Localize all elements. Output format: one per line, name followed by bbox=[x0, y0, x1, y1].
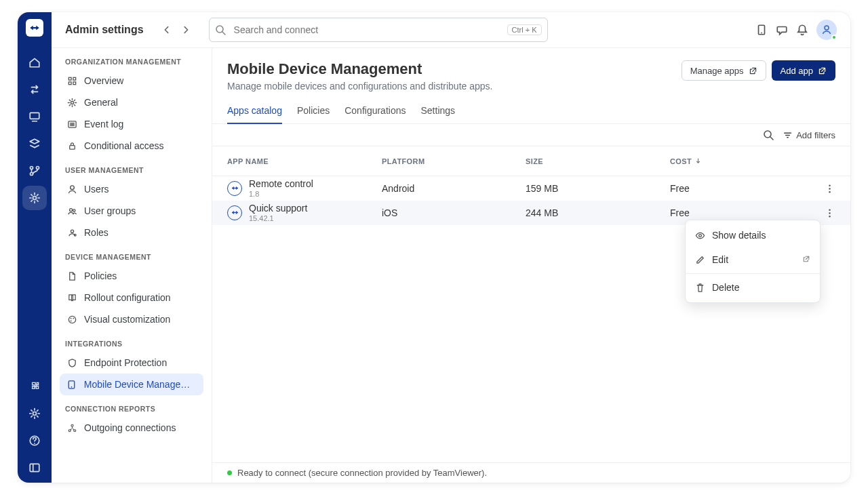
rail-home[interactable] bbox=[22, 50, 47, 75]
app-version: 15.42.1 bbox=[249, 214, 307, 222]
shield-icon bbox=[66, 357, 77, 368]
tab-configurations[interactable]: Configurations bbox=[344, 98, 406, 123]
roles-icon bbox=[66, 227, 77, 238]
rail-admin-settings[interactable] bbox=[22, 186, 47, 210]
menu-edit[interactable]: Edit bbox=[686, 247, 820, 272]
tab-policies[interactable]: Policies bbox=[297, 98, 330, 123]
doc-icon bbox=[66, 270, 77, 281]
sidebar-item-mdm[interactable]: Mobile Device Managem… bbox=[60, 374, 203, 395]
page-subtitle: Manage mobile devices and configurations… bbox=[227, 81, 492, 92]
col-header-size[interactable]: SIZE bbox=[526, 157, 670, 165]
button-label: Add app bbox=[781, 66, 813, 76]
search-input[interactable] bbox=[233, 24, 507, 36]
table-header: APP NAME PLATFORM SIZE COST bbox=[212, 146, 850, 176]
settings-sidebar: ORGANIZATION MANAGEMENT Overview General… bbox=[52, 48, 212, 483]
lock-icon bbox=[66, 140, 77, 151]
search-field[interactable]: Ctrl + K bbox=[209, 18, 548, 42]
tab-settings[interactable]: Settings bbox=[420, 98, 455, 123]
sidebar-item-label: Conditional access bbox=[84, 140, 164, 151]
menu-delete[interactable]: Delete bbox=[686, 275, 820, 300]
rail-help[interactable] bbox=[22, 428, 47, 453]
search-table-button[interactable] bbox=[763, 129, 774, 140]
user-icon bbox=[66, 184, 77, 195]
sort-arrow-down-icon bbox=[694, 157, 702, 165]
sidebar-item-label: Roles bbox=[84, 227, 108, 238]
device-icon-button[interactable] bbox=[751, 20, 772, 40]
add-app-button[interactable]: Add app bbox=[772, 60, 835, 81]
presence-dot-icon bbox=[831, 35, 837, 40]
rail-toggle-panel[interactable] bbox=[22, 456, 47, 480]
sidebar-item-general[interactable]: General bbox=[60, 92, 203, 113]
rail-preferences[interactable] bbox=[22, 401, 47, 426]
app-version: 1.8 bbox=[249, 190, 313, 198]
page-heading: Mobile Device Management bbox=[227, 60, 492, 78]
grid-icon bbox=[66, 75, 77, 86]
sidebar-item-visual[interactable]: Visual customization bbox=[60, 308, 203, 330]
rail-workspace[interactable] bbox=[22, 132, 47, 156]
chat-icon-button[interactable] bbox=[772, 20, 792, 40]
network-icon bbox=[66, 422, 77, 433]
sidebar-item-overview[interactable]: Overview bbox=[60, 70, 203, 92]
status-text: Ready to connect (secure connection prov… bbox=[237, 468, 487, 478]
col-header-cost[interactable]: COST bbox=[670, 157, 822, 165]
topbar: Admin settings Ctrl + K bbox=[52, 12, 850, 47]
notifications-icon-button[interactable] bbox=[792, 20, 812, 40]
tab-apps-catalog[interactable]: Apps catalog bbox=[227, 98, 282, 124]
rail-integrations[interactable] bbox=[22, 374, 47, 399]
col-header-name[interactable]: APP NAME bbox=[220, 157, 382, 165]
cell-cost: Free bbox=[670, 183, 822, 194]
sidebar-item-label: Overview bbox=[84, 75, 123, 86]
sidebar-item-user-groups[interactable]: User groups bbox=[60, 200, 203, 222]
col-header-platform[interactable]: PLATFORM bbox=[382, 157, 526, 165]
menu-item-label: Delete bbox=[712, 282, 739, 293]
sidebar-item-endpoint[interactable]: Endpoint Protection bbox=[60, 352, 203, 374]
device-icon bbox=[66, 379, 77, 390]
sidebar-item-policies[interactable]: Policies bbox=[60, 265, 203, 287]
manage-apps-button[interactable]: Manage apps bbox=[682, 60, 766, 81]
sidebar-item-label: Rollout configuration bbox=[84, 292, 171, 303]
button-label: Add filters bbox=[796, 130, 835, 140]
sidebar-group-label: DEVICE MANAGEMENT bbox=[65, 253, 198, 261]
cell-platform: iOS bbox=[382, 207, 526, 218]
avatar[interactable] bbox=[816, 20, 837, 40]
pencil-icon bbox=[695, 255, 705, 265]
sidebar-item-users[interactable]: Users bbox=[60, 178, 203, 200]
nav-back-button[interactable] bbox=[157, 20, 176, 39]
sidebar-group-label: ORGANIZATION MANAGEMENT bbox=[65, 58, 198, 66]
app-logo bbox=[26, 19, 43, 37]
status-dot-icon bbox=[227, 470, 232, 475]
cell-cost: Free bbox=[670, 207, 822, 218]
add-filters-button[interactable]: Add filters bbox=[783, 130, 835, 140]
apps-table: APP NAME PLATFORM SIZE COST Remote contr… bbox=[212, 146, 850, 462]
external-icon bbox=[749, 66, 757, 75]
menu-separator bbox=[686, 273, 820, 274]
rail-workflow[interactable] bbox=[22, 159, 47, 183]
sidebar-item-rollout[interactable]: Rollout configuration bbox=[60, 287, 203, 308]
sidebar-item-roles[interactable]: Roles bbox=[60, 222, 203, 243]
paint-icon bbox=[66, 314, 77, 325]
left-rail bbox=[18, 12, 52, 483]
rail-devices[interactable] bbox=[22, 104, 47, 129]
sidebar-item-label: Users bbox=[84, 184, 109, 195]
statusbar: Ready to connect (secure connection prov… bbox=[212, 462, 850, 483]
list-icon bbox=[66, 119, 77, 129]
sidebar-item-label: Mobile Device Managem… bbox=[84, 379, 197, 390]
row-actions-button[interactable] bbox=[822, 205, 837, 220]
sidebar-group-label: USER MANAGEMENT bbox=[65, 166, 198, 174]
book-icon bbox=[66, 292, 77, 303]
menu-item-label: Edit bbox=[712, 254, 728, 265]
table-row[interactable]: Remote control1.8 Android 159 MB Free bbox=[212, 176, 850, 201]
nav-forward-button[interactable] bbox=[176, 20, 195, 39]
table-toolbar: Add filters bbox=[212, 124, 850, 146]
sidebar-item-label: General bbox=[84, 97, 118, 108]
search-icon bbox=[215, 24, 226, 35]
sidebar-item-outgoing[interactable]: Outgoing connections bbox=[60, 417, 203, 439]
page-title: Admin settings bbox=[65, 24, 144, 36]
cell-size: 159 MB bbox=[526, 183, 670, 194]
row-actions-button[interactable] bbox=[822, 181, 837, 196]
rail-remote[interactable] bbox=[22, 77, 47, 102]
sidebar-item-label: Visual customization bbox=[84, 314, 170, 325]
sidebar-item-event-log[interactable]: Event log bbox=[60, 113, 203, 135]
sidebar-item-conditional-access[interactable]: Conditional access bbox=[60, 135, 203, 157]
menu-show-details[interactable]: Show details bbox=[686, 223, 820, 247]
